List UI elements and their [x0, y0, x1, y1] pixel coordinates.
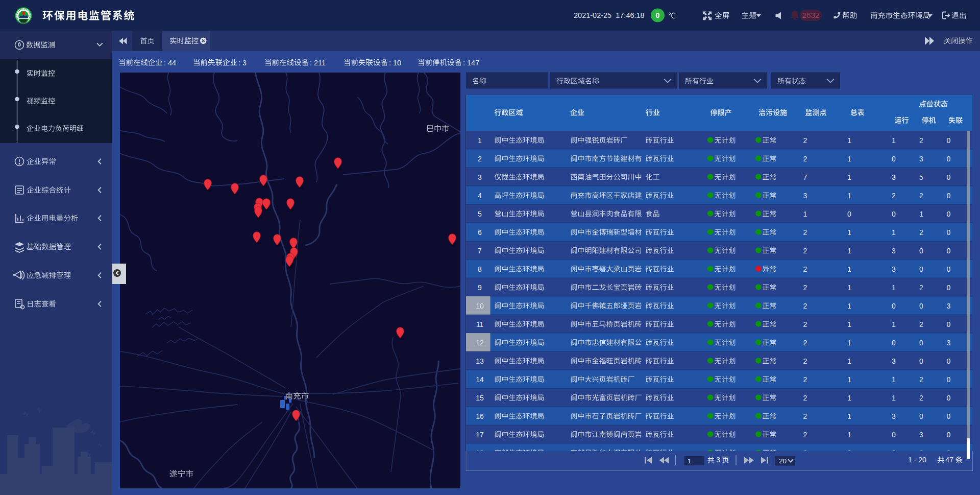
- svg-text:0: 0: [947, 284, 951, 292]
- svg-text:7: 7: [803, 173, 807, 181]
- svg-text:2: 2: [803, 357, 807, 365]
- svg-text:2: 2: [803, 339, 807, 347]
- svg-text:10: 10: [476, 302, 484, 310]
- svg-text:47: 47: [945, 456, 953, 464]
- svg-text:0: 0: [947, 375, 951, 384]
- svg-text:0: 0: [947, 357, 951, 365]
- svg-text:4: 4: [478, 192, 482, 200]
- svg-text:0: 0: [656, 11, 660, 19]
- svg-text:0: 0: [892, 339, 896, 347]
- svg-text:2: 2: [803, 302, 807, 310]
- svg-text:0: 0: [919, 357, 923, 365]
- svg-text:0: 0: [919, 412, 923, 420]
- svg-text:0: 0: [919, 247, 923, 255]
- svg-text:1: 1: [892, 320, 896, 328]
- svg-text:0: 0: [892, 155, 896, 163]
- svg-text:3: 3: [892, 412, 896, 420]
- svg-text:1: 1: [478, 136, 482, 145]
- svg-text:1: 1: [847, 375, 851, 384]
- svg-text:2: 2: [919, 136, 923, 145]
- svg-text:0: 0: [947, 155, 951, 163]
- svg-text:1: 1: [919, 210, 923, 218]
- svg-text:9: 9: [478, 284, 482, 292]
- svg-text:2: 2: [803, 247, 807, 255]
- svg-text:0: 0: [892, 431, 896, 439]
- svg-text:1: 1: [847, 228, 851, 237]
- svg-text:1: 1: [847, 284, 851, 292]
- svg-text:1: 1: [847, 302, 851, 310]
- svg-text:1: 1: [847, 136, 851, 145]
- svg-text:13: 13: [476, 357, 484, 365]
- svg-text:: 44: : 44: [164, 59, 176, 67]
- svg-text:3: 3: [919, 155, 923, 163]
- svg-text:1: 1: [892, 394, 896, 402]
- svg-text:3: 3: [892, 265, 896, 273]
- svg-text:0: 0: [947, 192, 951, 200]
- svg-text:2: 2: [892, 192, 896, 200]
- svg-text:0: 0: [892, 302, 896, 310]
- svg-text:2: 2: [803, 136, 807, 145]
- svg-text:2: 2: [803, 431, 807, 439]
- svg-text:: 211: : 211: [310, 59, 326, 67]
- svg-text:0: 0: [947, 320, 951, 328]
- svg-text:0: 0: [947, 173, 951, 181]
- svg-text:15: 15: [476, 394, 484, 402]
- svg-text:1: 1: [892, 375, 896, 384]
- svg-text:2: 2: [803, 228, 807, 237]
- svg-text:1: 1: [847, 265, 851, 273]
- svg-text:2: 2: [919, 192, 923, 200]
- svg-text:3: 3: [803, 192, 807, 200]
- svg-text:2: 2: [919, 228, 923, 237]
- svg-text:1: 1: [847, 320, 851, 328]
- svg-text:3: 3: [478, 173, 482, 181]
- svg-text:5: 5: [478, 210, 482, 218]
- svg-text:3: 3: [947, 339, 951, 347]
- svg-text:14: 14: [476, 375, 484, 384]
- svg-text:0: 0: [919, 265, 923, 273]
- svg-text:7: 7: [478, 247, 482, 255]
- svg-text:3: 3: [892, 247, 896, 255]
- svg-text:1: 1: [847, 394, 851, 402]
- svg-text:1 - 20: 1 - 20: [908, 456, 926, 464]
- svg-text:: 3: : 3: [238, 59, 247, 67]
- svg-text:3: 3: [892, 173, 896, 181]
- svg-text:0: 0: [847, 210, 851, 218]
- svg-text:1: 1: [847, 339, 851, 347]
- svg-text:2: 2: [478, 155, 482, 163]
- svg-text:0: 0: [947, 247, 951, 255]
- svg-text:2: 2: [919, 320, 923, 328]
- svg-text:17: 17: [476, 431, 484, 439]
- svg-text:5: 5: [919, 173, 923, 181]
- svg-text:1: 1: [688, 457, 692, 465]
- svg-text:1: 1: [847, 173, 851, 181]
- svg-text:2: 2: [803, 375, 807, 384]
- svg-text:1: 1: [892, 228, 896, 237]
- svg-text:2: 2: [803, 320, 807, 328]
- svg-text:3: 3: [716, 456, 720, 464]
- svg-text:1: 1: [847, 247, 851, 255]
- svg-text:8: 8: [478, 265, 482, 273]
- svg-text:2: 2: [919, 394, 923, 402]
- svg-text:0: 0: [947, 136, 951, 145]
- svg-text:0: 0: [919, 339, 923, 347]
- svg-text:11: 11: [476, 320, 484, 328]
- svg-text:1: 1: [803, 210, 807, 218]
- svg-text:1: 1: [847, 192, 851, 200]
- svg-text:1: 1: [892, 136, 896, 145]
- svg-text:0: 0: [947, 431, 951, 439]
- svg-text:0: 0: [947, 265, 951, 273]
- svg-text:0: 0: [947, 394, 951, 402]
- svg-text:0: 0: [947, 412, 951, 420]
- svg-text:2021-02-25 17:46:18: 2021-02-25 17:46:18: [574, 11, 645, 19]
- svg-text:3: 3: [892, 357, 896, 365]
- svg-text:2: 2: [803, 412, 807, 420]
- svg-text:12: 12: [476, 339, 484, 347]
- svg-text:3: 3: [919, 431, 923, 439]
- svg-text:2: 2: [919, 375, 923, 384]
- svg-text:1: 1: [847, 431, 851, 439]
- svg-text:1: 1: [847, 155, 851, 163]
- svg-text:2632: 2632: [802, 11, 819, 19]
- svg-text:1: 1: [892, 284, 896, 292]
- svg-text:0: 0: [947, 210, 951, 218]
- svg-text:2: 2: [803, 394, 807, 402]
